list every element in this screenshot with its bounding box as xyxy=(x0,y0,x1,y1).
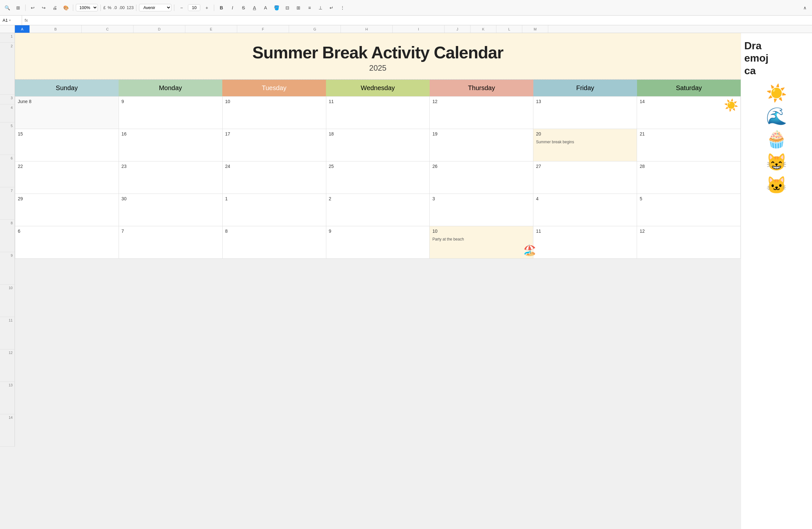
row-num-12: 12 xyxy=(0,349,15,382)
undo-button[interactable]: ↩ xyxy=(28,3,37,12)
valign-button[interactable]: ⊥ xyxy=(316,3,325,12)
calendar-cell-row4-col3[interactable]: 1 xyxy=(222,194,326,226)
calendar-cell-row5-col2[interactable]: 7 xyxy=(119,226,222,259)
row-num-11: 11 xyxy=(0,317,15,349)
font-size-decrease-button[interactable]: − xyxy=(177,3,186,12)
col-header-E[interactable]: E xyxy=(185,25,237,33)
textwrap-button[interactable]: ↵ xyxy=(327,3,336,12)
row-num-4: 4 xyxy=(0,104,15,123)
calendar-cell-row2-col4[interactable]: 18 xyxy=(326,129,430,161)
row-num-5: 5 xyxy=(0,123,15,155)
calendar-cell-row4-col2[interactable]: 30 xyxy=(119,194,222,226)
calendar-cell-row5-col3[interactable]: 8 xyxy=(222,226,326,259)
calendar-cell-row5-col7[interactable]: 12 xyxy=(637,226,741,259)
cell-date: 26 xyxy=(432,164,437,169)
text-color-button[interactable]: A xyxy=(261,3,270,12)
merge-button[interactable]: ⊞ xyxy=(294,3,303,12)
calendar-cell-row3-col3[interactable]: 24 xyxy=(222,161,326,194)
percent-label: % xyxy=(107,5,112,10)
col-header-K[interactable]: K xyxy=(470,25,496,33)
font-size-input[interactable] xyxy=(188,4,200,11)
calendar-cell-row4-col6[interactable]: 4 xyxy=(533,194,637,226)
calendar-cell-row2-col1[interactable]: 15 xyxy=(15,129,119,161)
calendar-cell-row1-col4[interactable]: 11 xyxy=(326,97,430,129)
col-header-I[interactable]: I xyxy=(393,25,445,33)
italic-button[interactable]: I xyxy=(228,3,237,12)
cell-date: 8 xyxy=(225,229,228,234)
redo-button[interactable]: ↪ xyxy=(39,3,48,12)
calendar-year: 2025 xyxy=(21,63,734,73)
underline-button[interactable]: A xyxy=(250,3,259,12)
font-size-increase-button[interactable]: + xyxy=(202,3,211,12)
calendar-scroll[interactable]: Summer Break Activity Calendar 2025 Sund… xyxy=(15,33,812,529)
row-num-14: 14 xyxy=(0,414,15,447)
calendar-cell-row2-col2[interactable]: 16 xyxy=(119,129,222,161)
calendar-cell-row5-col4[interactable]: 9 xyxy=(326,226,430,259)
col-header-D[interactable]: D xyxy=(133,25,185,33)
cell-ref-value: A1 xyxy=(3,18,8,23)
calendar-cell-row3-col5[interactable]: 26 xyxy=(430,161,533,194)
col-header-H[interactable]: H xyxy=(341,25,393,33)
strikethrough-button[interactable]: S xyxy=(239,3,248,12)
row-num-header xyxy=(0,25,15,33)
fill-color-button[interactable]: 🪣 xyxy=(272,3,281,12)
row-num-2: 2 xyxy=(0,43,15,95)
calendar-cell-row5-col1[interactable]: 6 xyxy=(15,226,119,259)
calendar-cell-row2-col5[interactable]: 19 xyxy=(430,129,533,161)
col-header-M[interactable]: M xyxy=(522,25,548,33)
calendar-sidebar: Draemojca ☀️ 🌊 🧁 😸 🐱 xyxy=(741,33,812,529)
col-header-L[interactable]: L xyxy=(496,25,522,33)
calendar-cell-row1-col1[interactable]: June 8 xyxy=(15,97,119,129)
calendar-cell-row3-col6[interactable]: 27 xyxy=(533,161,637,194)
toolbar: 🔍 ⊞ ↩ ↪ 🖨 🎨 100% 75% 125% 150% £ % .0 .0… xyxy=(0,0,812,16)
col-header-B[interactable]: B xyxy=(30,25,82,33)
font-select[interactable]: Avenir Arial Helvetica xyxy=(139,4,171,11)
calendar-cell-row1-col7[interactable]: 14☀️ xyxy=(637,97,741,129)
paint-button[interactable]: 🎨 xyxy=(61,3,70,12)
col-header-C[interactable]: C xyxy=(82,25,133,33)
grid-button[interactable]: ⊞ xyxy=(14,3,23,12)
calendar-cell-row4-col4[interactable]: 2 xyxy=(326,194,430,226)
divider-4 xyxy=(136,4,136,11)
calendar-cell-row2-col6[interactable]: 20Summer break begins xyxy=(533,129,637,161)
cell-date: 17 xyxy=(225,131,230,137)
more-button[interactable]: ⋮ xyxy=(338,3,347,12)
borders-button[interactable]: ⊟ xyxy=(283,3,292,12)
formula-input[interactable] xyxy=(30,18,809,23)
calendar-cell-row5-col6[interactable]: 11 xyxy=(533,226,637,259)
calendar-cell-row3-col7[interactable]: 28 xyxy=(637,161,741,194)
col-header-G[interactable]: G xyxy=(289,25,341,33)
cell-date: 15 xyxy=(18,131,23,137)
search-button[interactable]: 🔍 xyxy=(3,3,12,12)
zoom-select[interactable]: 100% 75% 125% 150% xyxy=(76,4,98,11)
calendar-cell-row4-col7[interactable]: 5 xyxy=(637,194,741,226)
calendar-cell-row3-col1[interactable]: 22 xyxy=(15,161,119,194)
calendar-cell-row2-col7[interactable]: 21 xyxy=(637,129,741,161)
row-num-10: 10 xyxy=(0,285,15,317)
wave-emoji-sidebar: 🌊 xyxy=(744,106,809,126)
col-header-F[interactable]: F xyxy=(237,25,289,33)
calendar-cell-row2-col3[interactable]: 17 xyxy=(222,129,326,161)
decimal-dec-label: .0 xyxy=(113,5,117,10)
row-num-3: 3 xyxy=(0,95,15,104)
day-header-sunday: Sunday xyxy=(15,80,119,96)
cell-date: 9 xyxy=(121,99,124,104)
calendar-cell-row5-col5[interactable]: 10Party at the beach🏖️ xyxy=(430,226,533,259)
print-button[interactable]: 🖨 xyxy=(50,3,59,12)
align-button[interactable]: ≡ xyxy=(305,3,314,12)
cell-date: 6 xyxy=(18,229,20,234)
col-header-A[interactable]: A xyxy=(15,25,30,33)
col-header-J[interactable]: J xyxy=(445,25,470,33)
bold-button[interactable]: B xyxy=(217,3,226,12)
calendar-cell-row1-col5[interactable]: 12 xyxy=(430,97,533,129)
calendar-cell-row1-col3[interactable]: 10 xyxy=(222,97,326,129)
calendar-cell-row3-col2[interactable]: 23 xyxy=(119,161,222,194)
calendar-cell-row1-col2[interactable]: 9 xyxy=(119,97,222,129)
calendar-cell-row1-col6[interactable]: 13 xyxy=(533,97,637,129)
collapse-button[interactable]: ∧ xyxy=(800,3,809,12)
calendar-main: Summer Break Activity Calendar 2025 Sund… xyxy=(15,33,741,529)
calendar-cell-row4-col1[interactable]: 29 xyxy=(15,194,119,226)
cell-date: 10 xyxy=(225,99,230,104)
calendar-cell-row4-col5[interactable]: 3 xyxy=(430,194,533,226)
calendar-cell-row3-col4[interactable]: 25 xyxy=(326,161,430,194)
